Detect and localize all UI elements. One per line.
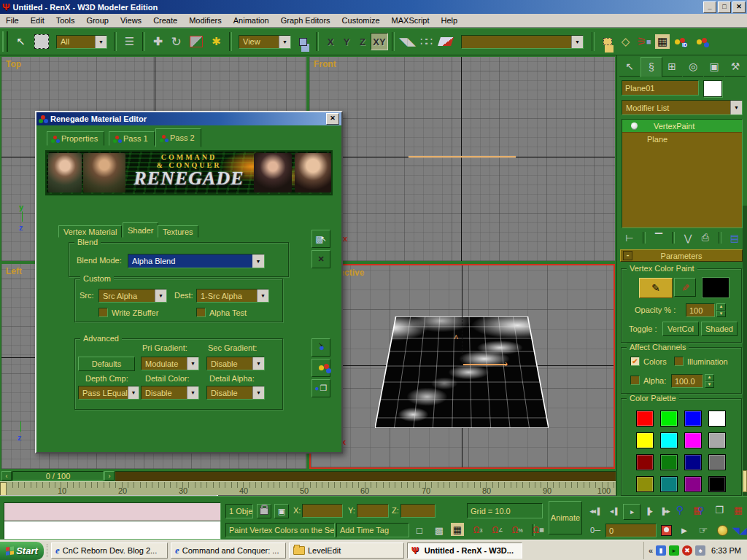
src-dropdown[interactable]: Src Alpha▼ bbox=[98, 289, 167, 303]
tray-chevron[interactable]: « bbox=[649, 546, 653, 555]
dropdown-arrow-icon[interactable]: ▼ bbox=[257, 289, 268, 302]
task-cnc-reborn-blog[interactable]: e CnC Reborn Dev. Blog 2... bbox=[51, 542, 168, 559]
palette-swatch[interactable] bbox=[660, 476, 678, 492]
palette-swatch[interactable] bbox=[660, 411, 678, 427]
snap-toggle-icon[interactable]: ▦ bbox=[451, 523, 464, 536]
viewport-left-label[interactable]: Left bbox=[6, 266, 22, 276]
maximize-viewport-icon[interactable]: ◥◢ bbox=[732, 523, 747, 537]
draft-render-icon[interactable]: □ bbox=[412, 523, 427, 537]
tab-display[interactable]: ▣ bbox=[704, 57, 724, 77]
prev-frame-button[interactable]: ‹ bbox=[1, 471, 12, 481]
paint-color-swatch[interactable] bbox=[702, 277, 729, 298]
stack-item-vertexpaint[interactable]: VertexPaint bbox=[622, 120, 742, 132]
pan-hand-icon[interactable]: ☞ bbox=[696, 523, 711, 537]
menu-create[interactable]: Create bbox=[147, 15, 183, 26]
array-icon[interactable]: ∷∷ bbox=[417, 33, 435, 51]
panel-scrollbar-thumb[interactable] bbox=[743, 470, 747, 492]
menu-tools[interactable]: Tools bbox=[50, 15, 81, 26]
angle-snap-icon[interactable]: Ω∠ bbox=[490, 523, 505, 537]
alpha-checkbox[interactable] bbox=[630, 376, 640, 385]
maxscript-listener-input[interactable] bbox=[4, 521, 221, 540]
menu-graph-editors[interactable]: Graph Editors bbox=[275, 15, 336, 26]
go-to-end-button[interactable]: ▐▸▸ bbox=[657, 504, 673, 518]
collapse-icon[interactable]: - bbox=[623, 251, 632, 260]
render-id-icon[interactable]: ID bbox=[672, 33, 690, 51]
palette-swatch[interactable] bbox=[684, 476, 702, 492]
menu-views[interactable]: Views bbox=[115, 15, 147, 26]
paintbrush-button[interactable]: ✎ bbox=[639, 278, 673, 298]
tab-modify[interactable]: § bbox=[640, 57, 662, 77]
configure-modifier-sets-icon[interactable]: ▤ bbox=[727, 230, 743, 245]
select-object-icon[interactable]: ↖ bbox=[12, 33, 30, 51]
dialog-close-button[interactable]: ✕ bbox=[326, 113, 339, 125]
tab-pass-1[interactable]: Pass 1 bbox=[109, 131, 155, 146]
make-unique-icon[interactable]: ⋁ bbox=[680, 230, 696, 245]
timeline-ruler[interactable]: 10 20 30 40 50 60 70 80 90 100 bbox=[0, 481, 616, 496]
maxscript-mini-listener[interactable] bbox=[4, 502, 221, 522]
menu-animation[interactable]: Animation bbox=[228, 15, 275, 26]
parameters-rollout-header[interactable]: - Parameters bbox=[620, 249, 743, 262]
select-and-rotate-icon[interactable]: ↻ bbox=[167, 33, 185, 51]
title-bar[interactable]: Ψ Untitled - RenX - W3D Modeler Edition … bbox=[0, 0, 747, 14]
timeline-position-marker[interactable] bbox=[0, 482, 7, 496]
get-material-button[interactable]: ●↘ bbox=[311, 338, 330, 357]
alpha-test-checkbox[interactable] bbox=[196, 308, 206, 317]
transform-gizmo-x-arrow[interactable] bbox=[463, 364, 507, 365]
opacity-spinner[interactable]: ▲▼ bbox=[716, 303, 726, 317]
write-zbuffer-checkbox[interactable] bbox=[98, 308, 108, 317]
palette-swatch[interactable] bbox=[708, 432, 726, 448]
show-in-viewport-button[interactable]: ●❐ bbox=[311, 379, 330, 397]
maximize-button[interactable]: □ bbox=[718, 1, 731, 13]
subtab-vertex-material[interactable]: Vertex Material bbox=[58, 225, 122, 238]
dropdown-arrow-icon[interactable]: ▼ bbox=[279, 36, 290, 48]
play-button[interactable]: ▸ bbox=[623, 504, 640, 520]
palette-swatch[interactable] bbox=[708, 411, 726, 427]
palette-swatch[interactable] bbox=[636, 476, 654, 492]
use-pivot-center-icon[interactable] bbox=[294, 33, 312, 51]
stack-item-plane[interactable]: Plane bbox=[622, 132, 742, 145]
palette-swatch[interactable] bbox=[684, 432, 702, 448]
palette-swatch[interactable] bbox=[708, 454, 726, 470]
next-key-button[interactable]: ▐▸ bbox=[640, 504, 657, 518]
tab-create[interactable]: ↖ bbox=[619, 57, 640, 77]
sec-gradient-dropdown[interactable]: Disable▼ bbox=[206, 357, 265, 370]
opacity-field[interactable]: 100 bbox=[686, 303, 715, 317]
dropdown-arrow-icon[interactable]: ▼ bbox=[252, 254, 264, 268]
reference-coordsys-dropdown[interactable]: View▼ bbox=[239, 35, 291, 49]
colors-checkbox[interactable]: ✔ bbox=[630, 357, 640, 366]
restrict-z-button[interactable]: Z bbox=[355, 34, 371, 50]
restrict-y-button[interactable]: Y bbox=[338, 34, 355, 50]
remove-modifier-icon[interactable]: ⎙ bbox=[697, 230, 713, 245]
dropdown-arrow-icon[interactable]: ▼ bbox=[128, 386, 139, 399]
dropdown-arrow-icon[interactable]: ▼ bbox=[187, 357, 198, 370]
select-and-move-icon[interactable]: ✚ bbox=[149, 33, 167, 51]
dotted-cube-icon[interactable]: ▩ bbox=[432, 523, 446, 537]
menu-customize[interactable]: Customize bbox=[336, 15, 386, 26]
object-color-swatch[interactable] bbox=[703, 80, 722, 97]
modifier-list-dropdown[interactable]: Modifier List▼ bbox=[622, 100, 743, 115]
eyedropper-button[interactable]: ✎ bbox=[674, 278, 696, 297]
palette-swatch[interactable] bbox=[636, 411, 654, 427]
blend-mode-dropdown[interactable]: Alpha Blend ▼ bbox=[128, 254, 265, 268]
close-button[interactable]: ✕ bbox=[732, 1, 746, 13]
dropdown-arrow-icon[interactable]: ▼ bbox=[252, 357, 264, 370]
panel-scrollbar[interactable] bbox=[743, 206, 747, 496]
restrict-xy-plane-button[interactable]: XY bbox=[371, 33, 388, 50]
key-mode-icon[interactable]: 0─ bbox=[588, 523, 603, 537]
lightbulb-icon[interactable] bbox=[631, 122, 638, 129]
vertcol-button[interactable]: VertCol bbox=[662, 322, 699, 336]
add-time-tag-box[interactable]: Add Time Tag bbox=[336, 523, 409, 537]
current-frame-field[interactable]: 0 bbox=[605, 524, 657, 537]
detail-color-dropdown[interactable]: Disable▼ bbox=[141, 386, 199, 400]
select-by-name-icon[interactable]: ☰ bbox=[120, 33, 139, 51]
menu-group[interactable]: Group bbox=[80, 15, 115, 26]
named-selection-dropdown[interactable]: ▼ bbox=[461, 35, 584, 49]
remove-material-button[interactable]: ✕ bbox=[311, 250, 330, 268]
menu-help[interactable]: Help bbox=[436, 15, 464, 26]
zoom-region-icon[interactable]: ⚲ bbox=[673, 502, 687, 517]
dest-dropdown[interactable]: 1-Src Alpha▼ bbox=[196, 289, 269, 303]
curve-editor-icon[interactable]: ⚞■ bbox=[635, 33, 653, 51]
messenger-icon[interactable]: ▸ bbox=[669, 545, 679, 556]
security-shield-icon[interactable]: ✖ bbox=[682, 545, 692, 556]
zoom-extents-all-icon[interactable]: ❐ bbox=[712, 502, 727, 517]
